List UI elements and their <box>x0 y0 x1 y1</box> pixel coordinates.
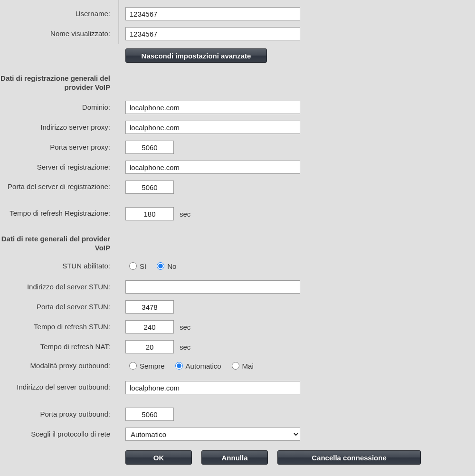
stun-refresh-input[interactable] <box>125 320 174 333</box>
reg-server-label: Server di registrazione: <box>0 163 110 172</box>
protocol-label: Scegli il protocollo di rete <box>0 430 110 439</box>
outbound-port-input[interactable] <box>125 408 174 421</box>
stun-no-label: No <box>167 262 176 270</box>
stun-yes-label: Sì <box>140 262 146 270</box>
nat-refresh-input[interactable] <box>125 340 174 353</box>
reg-refresh-input[interactable] <box>125 207 174 220</box>
reg-server-input[interactable] <box>125 161 300 174</box>
outbound-port-label: Porta proxy outbound: <box>0 410 110 419</box>
displayname-label: Nome visualizzato: <box>0 29 110 38</box>
stun-addr-label: Indirizzo del server STUN: <box>0 283 110 292</box>
stun-refresh-label: Tempo di refresh STUN: <box>0 323 110 332</box>
outbound-addr-input[interactable] <box>125 381 300 394</box>
reg-port-label: Porta del server di registrazione: <box>0 181 110 191</box>
stun-no-option[interactable]: No <box>157 262 176 270</box>
outbound-mode-never-label: Mai <box>242 362 254 370</box>
sec-suffix: sec <box>180 323 190 331</box>
proxy-addr-input[interactable] <box>125 121 300 134</box>
stun-yes-option[interactable]: Sì <box>129 262 146 270</box>
outbound-mode-never-radio[interactable] <box>232 362 239 370</box>
reg-port-input[interactable] <box>125 181 174 194</box>
proxy-port-input[interactable] <box>125 141 174 154</box>
outbound-mode-always-option[interactable]: Sempre <box>129 362 165 370</box>
outbound-mode-never-option[interactable]: Mai <box>232 362 254 370</box>
outbound-mode-auto-radio[interactable] <box>175 362 183 370</box>
stun-addr-input[interactable] <box>125 280 300 294</box>
outbound-mode-always-label: Sempre <box>140 362 165 370</box>
outbound-addr-label: Indirizzo del server outbound: <box>0 381 110 392</box>
sec-suffix: sec <box>180 210 190 218</box>
nat-refresh-label: Tempo di refresh NAT: <box>0 343 110 352</box>
toggle-advanced-button[interactable]: Nascondi impostazioni avanzate <box>125 48 267 63</box>
stun-enabled-label: STUN abilitato: <box>0 262 110 271</box>
username-label: Username: <box>0 10 110 19</box>
proxy-port-label: Porta server proxy: <box>0 143 110 152</box>
stun-port-label: Porta del server STUN: <box>0 303 110 312</box>
stun-yes-radio[interactable] <box>129 262 137 270</box>
net-section-title: Dati di rete generali del provider VoIP <box>0 235 110 253</box>
reg-refresh-label: Tempo di refresh Registrazione: <box>0 207 110 218</box>
stun-no-radio[interactable] <box>157 262 164 270</box>
proxy-addr-label: Indirizzo server proxy: <box>0 123 110 132</box>
ok-button[interactable]: OK <box>125 450 192 465</box>
outbound-mode-always-radio[interactable] <box>129 362 137 370</box>
sec-suffix: sec <box>180 343 190 351</box>
reg-section-title: Dati di registrazione generali del provi… <box>0 74 110 92</box>
domain-label: Dominio: <box>0 103 110 112</box>
protocol-select[interactable]: Automatico <box>125 428 300 441</box>
outbound-mode-auto-option[interactable]: Automatico <box>175 362 221 370</box>
username-input[interactable] <box>125 7 300 20</box>
stun-port-input[interactable] <box>125 300 174 314</box>
delete-connection-button[interactable]: Cancella connessione <box>277 450 421 465</box>
displayname-input[interactable] <box>125 27 300 40</box>
cancel-button[interactable]: Annulla <box>201 450 268 465</box>
domain-input[interactable] <box>125 101 300 114</box>
outbound-mode-auto-label: Automatico <box>186 362 221 370</box>
outbound-mode-label: Modalità proxy outbound: <box>0 362 110 371</box>
